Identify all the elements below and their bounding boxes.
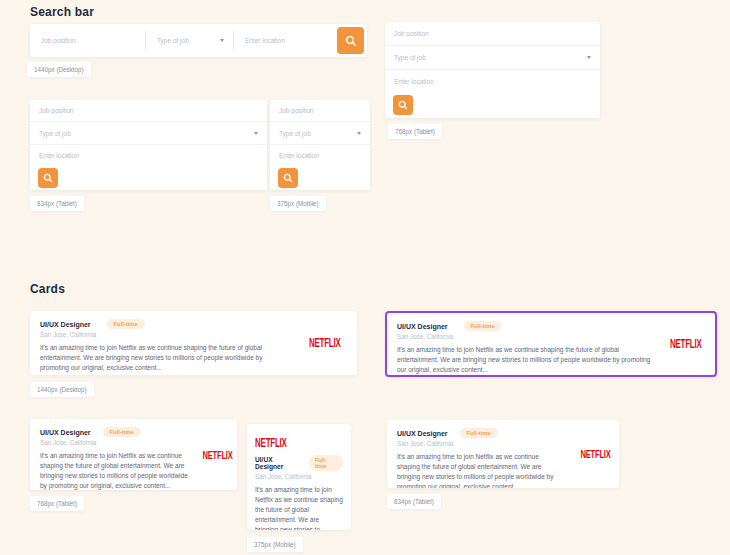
type-of-job-label: Type of job <box>39 130 71 137</box>
breakpoint-label-desktop: 1440px (Desktop) <box>27 62 91 77</box>
job-card-header: UI/UX Designer Full-time <box>397 428 609 438</box>
netflix-logo: NETFLIX <box>309 336 341 349</box>
netflix-logo: NETFLIX <box>670 337 702 350</box>
job-title: UI/UX Designer <box>397 323 448 330</box>
search-icon <box>283 173 293 183</box>
job-card-tablet-768[interactable]: UI/UX Designer Full-time San Jose, Calif… <box>30 419 237 490</box>
job-location: San Jose, California <box>397 440 609 447</box>
job-position-field <box>270 100 370 122</box>
enter-location-field <box>30 145 267 166</box>
type-of-job-label: Type of job <box>157 37 189 44</box>
breakpoint-label-tablet-768: 768px (Tablet) <box>388 124 442 139</box>
job-location: San Jose, California <box>40 331 347 338</box>
job-type-badge: Full-time <box>464 321 502 331</box>
job-description: It's an amazing time to join Netflix as … <box>40 343 292 373</box>
job-description: It's an amazing time to join Netflix as … <box>397 452 559 488</box>
job-title: UI/UX Designer <box>40 321 91 328</box>
job-card-header: UI/UX Designer Full-time <box>255 455 343 471</box>
type-of-job-select[interactable]: Type of job <box>30 122 267 144</box>
job-card-header: UI/UX Designer Full-time <box>40 319 347 329</box>
job-card-header: UI/UX Designer Full-time <box>40 427 227 437</box>
job-position-field <box>385 22 600 46</box>
chevron-down-icon <box>357 132 361 135</box>
style-guide-page: Search bar Type of job 1440px (Desktop) … <box>0 0 730 555</box>
job-type-badge: Full-time <box>460 428 498 438</box>
job-title: UI/UX Designer <box>397 430 448 437</box>
job-type-badge: Full-time <box>309 455 343 471</box>
search-button[interactable] <box>278 168 298 188</box>
type-of-job-label: Type of job <box>279 130 311 137</box>
job-title: UI/UX Designer <box>255 456 301 470</box>
breakpoint-label-mobile-375: 375px (Mobile) <box>270 196 326 211</box>
type-of-job-select[interactable]: Type of job <box>385 46 600 70</box>
enter-location-input[interactable] <box>279 152 361 159</box>
type-of-job-label: Type of job <box>394 54 426 61</box>
enter-location-input[interactable] <box>394 78 591 85</box>
job-location: San Jose, California <box>255 473 343 480</box>
breakpoint-label-tablet-834: 834px (Tablet) <box>30 196 84 211</box>
chevron-down-icon <box>254 132 258 135</box>
job-location: San Jose, California <box>40 439 227 446</box>
search-bar-desktop: Type of job <box>30 24 367 57</box>
job-card-desktop[interactable]: UI/UX Designer Full-time San Jose, Calif… <box>30 311 357 375</box>
job-title: UI/UX Designer <box>40 429 91 436</box>
netflix-logo: NETFLIX <box>255 436 287 449</box>
search-button-row <box>270 166 370 190</box>
section-title-search: Search bar <box>30 5 94 19</box>
chevron-down-icon <box>220 39 224 42</box>
search-button-row <box>30 166 267 190</box>
job-description: It's an amazing time to join Netflix as … <box>40 451 190 490</box>
enter-location-field <box>270 145 370 166</box>
search-icon <box>345 35 357 47</box>
type-of-job-select[interactable]: Type of job <box>146 24 233 57</box>
netflix-logo: NETFLIX <box>580 447 610 460</box>
search-icon <box>43 173 53 183</box>
enter-location-input[interactable] <box>39 152 258 159</box>
job-location: San Jose, California <box>397 333 705 340</box>
search-bar-tablet-834: Type of job <box>30 100 267 190</box>
job-position-field <box>30 100 267 122</box>
job-position-input[interactable] <box>279 107 361 114</box>
netflix-logo: NETFLIX <box>202 448 232 461</box>
search-bar-mobile-375: Type of job <box>270 100 370 190</box>
search-bar-tablet-768: Type of job <box>385 22 600 118</box>
job-position-input[interactable] <box>39 107 258 114</box>
search-button[interactable] <box>337 27 364 54</box>
search-button-row <box>385 93 600 118</box>
enter-location-input[interactable] <box>245 37 318 44</box>
breakpoint-label-tablet-834: 834px (Tablet) <box>387 494 441 509</box>
job-description: It's an amazing time to join Netflix as … <box>255 485 343 530</box>
chevron-down-icon <box>587 56 591 59</box>
job-description: It's an amazing time to join Netflix as … <box>397 345 653 375</box>
job-type-badge: Full-time <box>107 319 145 329</box>
job-card-mobile-375[interactable]: NETFLIX UI/UX Designer Full-time San Jos… <box>247 424 351 530</box>
breakpoint-label-mobile-375: 375px (Mobile) <box>247 537 303 552</box>
search-icon <box>398 100 408 110</box>
job-position-field <box>30 24 145 57</box>
job-card-hover-state[interactable]: UI/UX Designer Full-time San Jose, Calif… <box>385 311 717 377</box>
job-position-input[interactable] <box>41 37 134 44</box>
type-of-job-select[interactable]: Type of job <box>270 122 370 144</box>
section-title-cards: Cards <box>30 282 65 296</box>
enter-location-field <box>234 24 329 57</box>
breakpoint-label-tablet-768: 768px (Tablet) <box>30 496 84 511</box>
job-type-badge: Full-time <box>103 427 141 437</box>
job-position-input[interactable] <box>394 30 591 37</box>
job-card-tablet-834[interactable]: UI/UX Designer Full-time San Jose, Calif… <box>387 420 619 488</box>
enter-location-field <box>385 70 600 93</box>
search-button[interactable] <box>393 95 413 115</box>
search-button[interactable] <box>38 168 58 188</box>
job-card-header: UI/UX Designer Full-time <box>397 321 705 331</box>
breakpoint-label-desktop: 1440px (Desktop) <box>30 382 94 397</box>
